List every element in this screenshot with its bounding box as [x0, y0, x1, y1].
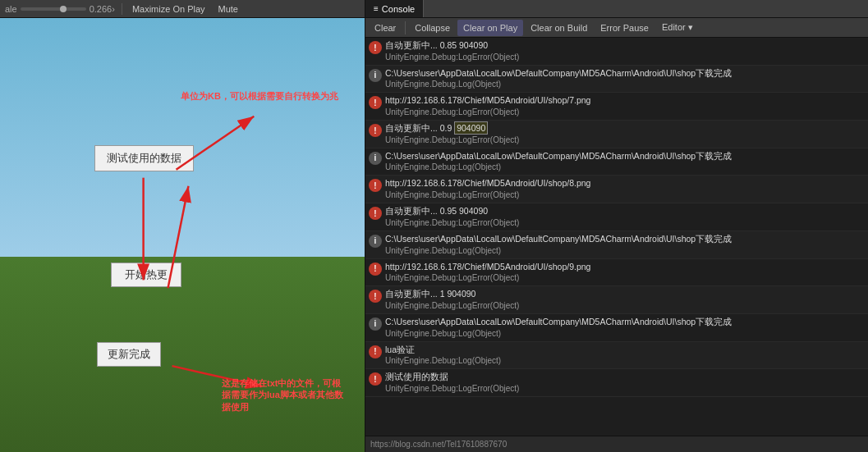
entry-text-content: 测试使用的数据UnityEngine.Debug:LogError(Object… — [385, 371, 865, 395]
entry-type-icon: ! — [369, 372, 382, 386]
clear-on-play-button[interactable]: Clear on Play — [457, 20, 523, 36]
toolbar-separator — [122, 3, 122, 15]
entry-line1: 自动更新中... 0.85 904090 — [385, 39, 865, 52]
toolbar-sep-1 — [405, 21, 406, 34]
entry-line1: http://192.168.6.178/Chief/MD5Android/UI… — [385, 94, 865, 107]
entry-text-content: 自动更新中... 0.85 904090UnityEngine.Debug:Lo… — [385, 39, 865, 63]
clear-button[interactable]: Clear — [369, 20, 402, 36]
entry-line1: http://192.168.6.178/Chief/MD5Android/UI… — [385, 261, 865, 273]
entry-line2: UnityEngine.Debug:LogError(Object) — [385, 272, 865, 284]
entry-text-content: C:\Users\user\AppData\LocalLow\DefaultCo… — [385, 316, 865, 340]
tab-console[interactable]: ≡ Console — [365, 0, 424, 17]
start-update-button[interactable]: 开始热更 — [111, 263, 181, 287]
entry-type-icon: i — [369, 317, 382, 331]
entry-text-content: http://192.168.6.178/Chief/MD5Android/UI… — [385, 261, 865, 285]
store-annotation: 这是存储在txt中的文件，可根据需要作为lua脚本或者其他数据使用 — [222, 377, 345, 413]
unit-annotation: 单位为KB，可以根据需要自行转换为兆 — [181, 90, 338, 102]
entry-line2: UnityEngine.Debug:LogError(Object) — [385, 217, 865, 229]
console-entry[interactable]: !自动更新中... 0.95 904090UnityEngine.Debug:L… — [365, 203, 868, 231]
console-entry[interactable]: !测试使用的数据UnityEngine.Debug:LogError(Objec… — [365, 369, 868, 397]
entry-text-content: 自动更新中... 0.9 904090UnityEngine.Debug:Log… — [385, 122, 865, 146]
clear-on-build-button[interactable]: Clear on Build — [525, 20, 593, 36]
entry-type-icon: i — [369, 152, 382, 165]
entry-type-icon: ! — [369, 41, 382, 54]
entry-line1: 自动更新中... 0.95 904090 — [385, 205, 865, 217]
ground-background — [0, 257, 365, 452]
entry-line2: UnityEngine.Debug:LogError(Object) — [385, 107, 865, 118]
console-entry[interactable]: !http://192.168.6.178/Chief/MD5Android/U… — [365, 259, 868, 287]
collapse-button[interactable]: Collapse — [409, 20, 456, 36]
entry-text-content: http://192.168.6.178/Chief/MD5Android/UI… — [385, 94, 865, 118]
scale-control: ale 0.266› — [5, 4, 115, 14]
entry-text-content: 自动更新中... 0.95 904090UnityEngine.Debug:Lo… — [385, 205, 865, 229]
entry-text-content: 自动更新中... 1 904090UnityEngine.Debug:LogEr… — [385, 288, 865, 312]
console-entry[interactable]: iC:\Users\user\AppData\LocalLow\DefaultC… — [365, 314, 868, 342]
test-data-button[interactable]: 测试使用的数据 — [94, 145, 194, 171]
entry-text-content: C:\Users\user\AppData\LocalLow\DefaultCo… — [385, 67, 865, 91]
entry-line2: UnityEngine.Debug:Log(Object) — [385, 245, 865, 257]
console-tab-bar: ≡ Console — [365, 0, 868, 18]
console-entry[interactable]: iC:\Users\user\AppData\LocalLow\DefaultC… — [365, 148, 868, 176]
entry-line2: UnityEngine.Debug:Log(Object) — [385, 355, 865, 367]
entry-text-content: C:\Users\user\AppData\LocalLow\DefaultCo… — [385, 233, 865, 257]
entry-type-icon: ! — [369, 179, 382, 192]
mute-button[interactable]: Mute — [215, 3, 241, 15]
console-entries-list[interactable]: !自动更新中... 0.85 904090UnityEngine.Debug:L… — [365, 38, 868, 436]
entry-line1: 自动更新中... 1 904090 — [385, 288, 865, 300]
game-view-panel: ale 0.266› Maximize On Play Mute 测试使用的数据… — [0, 0, 365, 452]
entry-line1: http://192.168.6.178/Chief/MD5Android/UI… — [385, 177, 865, 189]
console-entry[interactable]: !自动更新中... 0.9 904090UnityEngine.Debug:Lo… — [365, 121, 868, 148]
console-footer: https://blog.csdn.net/Tel17610887670 — [365, 436, 868, 452]
entry-line2: UnityEngine.Debug:LogError(Object) — [385, 52, 865, 63]
entry-type-icon: ! — [369, 263, 382, 276]
entry-line1: C:\Users\user\AppData\LocalLow\DefaultCo… — [385, 316, 865, 328]
entry-line2: UnityEngine.Debug:Log(Object) — [385, 162, 865, 173]
game-canvas: 测试使用的数据 开始热更 更新完成 单位为KB，可以根 — [0, 18, 365, 452]
game-view-toolbar: ale 0.266› Maximize On Play Mute — [0, 0, 365, 18]
scale-value: 0.266› — [90, 4, 115, 14]
entry-type-icon: ! — [369, 345, 382, 358]
scale-thumb — [60, 6, 67, 12]
maximize-on-play-button[interactable]: Maximize On Play — [129, 3, 209, 15]
entry-line1: C:\Users\user\AppData\LocalLow\DefaultCo… — [385, 67, 865, 80]
console-entry[interactable]: !自动更新中... 1 904090UnityEngine.Debug:LogE… — [365, 286, 868, 314]
console-tab-icon: ≡ — [374, 4, 379, 13]
scale-slider[interactable] — [21, 7, 86, 11]
entry-line2: UnityEngine.Debug.Log(Object) — [385, 79, 865, 90]
editor-dropdown-button[interactable]: Editor ▾ — [656, 20, 699, 36]
entry-line1: C:\Users\user\AppData\LocalLow\DefaultCo… — [385, 233, 865, 245]
console-entry[interactable]: !http://192.168.6.178/Chief/MD5Android/U… — [365, 176, 868, 203]
entry-line2: UnityEngine.Debug:LogError(Object) — [385, 189, 865, 201]
entry-text-content: C:\Users\user\AppData\LocalLow\DefaultCo… — [385, 150, 865, 174]
error-pause-button[interactable]: Error Pause — [595, 20, 654, 36]
entry-type-icon: i — [369, 235, 382, 248]
console-panel: ≡ Console Clear Collapse Clear on Play C… — [365, 0, 868, 452]
entry-type-icon: ! — [369, 290, 382, 303]
entry-type-icon: i — [369, 69, 382, 82]
console-entry[interactable]: !lua验证UnityEngine.Debug:Log(Object) — [365, 342, 868, 370]
main-area: ale 0.266› Maximize On Play Mute 测试使用的数据… — [0, 0, 868, 452]
entry-line1: lua验证 — [385, 344, 865, 356]
entry-type-icon: ! — [369, 96, 382, 109]
entry-type-icon: ! — [369, 207, 382, 220]
console-tab-label: Console — [382, 4, 415, 14]
entry-type-icon: ! — [369, 124, 382, 137]
console-toolbar: Clear Collapse Clear on Play Clear on Bu… — [365, 18, 868, 38]
entry-text-content: http://192.168.6.178/Chief/MD5Android/UI… — [385, 177, 865, 201]
entry-line1: C:\Users\user\AppData\LocalLow\DefaultCo… — [385, 150, 865, 162]
entry-line2: UnityEngine.Debug:LogError(Object) — [385, 383, 865, 395]
update-complete-button[interactable]: 更新完成 — [97, 342, 161, 367]
scale-label: ale — [5, 4, 17, 14]
entry-text-content: lua验证UnityEngine.Debug:Log(Object) — [385, 344, 865, 368]
footer-url: https://blog.csdn.net/Tel17610887670 — [370, 440, 507, 449]
console-entry[interactable]: iC:\Users\user\AppData\LocalLow\DefaultC… — [365, 231, 868, 259]
console-entry[interactable]: !http://192.168.6.178/Chief/MD5Android/U… — [365, 93, 868, 121]
entry-line1: 测试使用的数据 — [385, 371, 865, 383]
sky-background — [0, 18, 365, 257]
entry-line2: UnityEngine.Debug:LogError(Object) — [385, 135, 865, 146]
entry-line1: 自动更新中... 0.9 904090 — [385, 122, 865, 135]
entry-line2: UnityEngine.Debug:Log(Object) — [385, 328, 865, 340]
entry-line2: UnityEngine.Debug:LogError(Object) — [385, 300, 865, 312]
console-entry[interactable]: iC:\Users\user\AppData\LocalLow\DefaultC… — [365, 66, 868, 94]
console-entry[interactable]: !自动更新中... 0.85 904090UnityEngine.Debug:L… — [365, 38, 868, 66]
